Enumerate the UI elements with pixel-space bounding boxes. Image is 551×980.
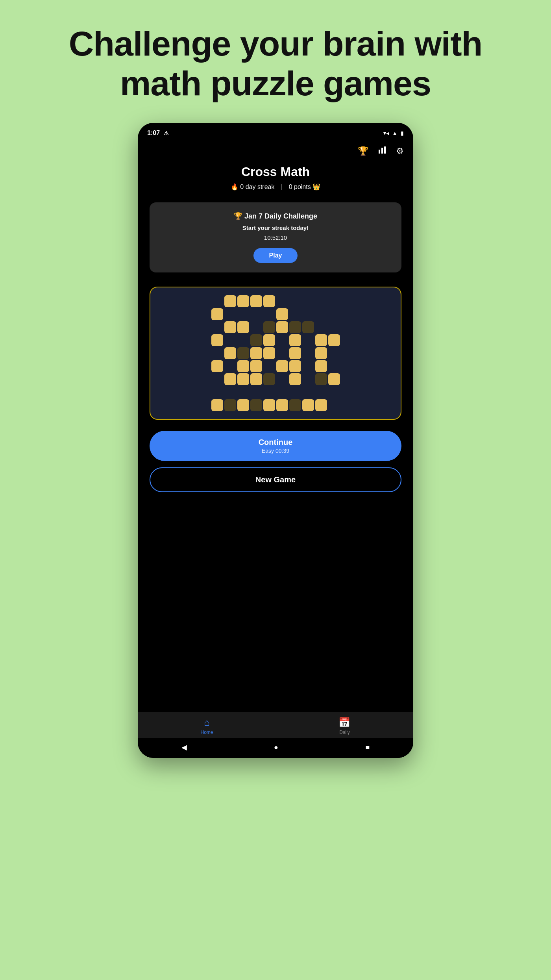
cell: [315, 373, 327, 385]
cell: [237, 308, 249, 320]
puzzle-container: [150, 287, 401, 420]
cell: [224, 373, 236, 385]
trophy-icon[interactable]: 🏆: [358, 146, 368, 156]
streak-count: 🔥 0 day streak: [231, 183, 275, 191]
cell: [289, 386, 301, 398]
cell: [224, 295, 236, 307]
svg-rect-1: [381, 148, 383, 154]
app-header: 🏆 ⚙: [138, 142, 413, 161]
cell: [263, 347, 275, 359]
cell: [250, 295, 262, 307]
cell: [315, 386, 327, 398]
svg-rect-0: [379, 150, 380, 154]
cell: [289, 360, 301, 372]
signal-icon: ▲: [392, 130, 398, 136]
cell: [276, 399, 288, 411]
daily-icon: 📅: [338, 717, 350, 728]
cell: [289, 347, 301, 359]
cell: [302, 321, 314, 333]
cell: [250, 321, 262, 333]
status-time: 1:07: [147, 130, 160, 137]
cell: [237, 347, 249, 359]
phone-frame: 1:07 ⚠ ▾◂ ▲ ▮ 🏆 ⚙ Cross Math 🔥 0 day str…: [138, 123, 413, 758]
new-game-button[interactable]: New Game: [150, 467, 401, 492]
chart-icon[interactable]: [378, 146, 386, 157]
cell: [211, 360, 223, 372]
cell: [263, 360, 275, 372]
cell: [302, 386, 314, 398]
cell: [302, 373, 314, 385]
cell: [237, 295, 249, 307]
cell: [250, 386, 262, 398]
settings-icon[interactable]: ⚙: [396, 146, 404, 156]
puzzle-grid: [211, 295, 340, 411]
cell: [263, 386, 275, 398]
wifi-icon: ▾◂: [383, 130, 389, 136]
cell: [263, 295, 275, 307]
cell: [263, 373, 275, 385]
daily-nav-label: Daily: [339, 730, 350, 735]
challenge-title: 🏆 Jan 7 Daily Challenge: [159, 212, 392, 220]
cell: [289, 334, 301, 346]
back-button[interactable]: ◀: [181, 743, 187, 752]
cell: [250, 308, 262, 320]
cell: [211, 386, 223, 398]
cell: [328, 399, 340, 411]
svg-rect-2: [384, 146, 386, 154]
cell: [302, 334, 314, 346]
cell: [250, 373, 262, 385]
cell: [211, 399, 223, 411]
status-bar: 1:07 ⚠ ▾◂ ▲ ▮: [138, 123, 413, 142]
cell: [276, 360, 288, 372]
cell: [276, 321, 288, 333]
cell: [289, 399, 301, 411]
cell: [224, 347, 236, 359]
alert-icon: ⚠: [164, 130, 169, 136]
cell: [276, 386, 288, 398]
cell: [263, 308, 275, 320]
cell: [224, 308, 236, 320]
cell: [237, 373, 249, 385]
play-button[interactable]: Play: [253, 248, 298, 263]
cell: [315, 295, 327, 307]
cell: [315, 347, 327, 359]
streak-bar: 🔥 0 day streak | 0 points 👑: [150, 183, 401, 191]
cell: [328, 360, 340, 372]
cell: [328, 347, 340, 359]
cell: [315, 321, 327, 333]
nav-home[interactable]: ⌂ Home: [200, 717, 213, 735]
points-count: 0 points 👑: [289, 183, 320, 191]
cell: [237, 386, 249, 398]
cell: [211, 334, 223, 346]
cell: [328, 373, 340, 385]
status-left: 1:07 ⚠: [147, 130, 169, 137]
cell: [237, 399, 249, 411]
cell: [289, 321, 301, 333]
cell: [237, 334, 249, 346]
cell: [211, 308, 223, 320]
cell: [250, 399, 262, 411]
continue-button[interactable]: Continue Easy 00:39: [150, 431, 401, 461]
page-title: Challenge your brain with math puzzle ga…: [31, 24, 520, 103]
cell: [315, 360, 327, 372]
cell: [211, 321, 223, 333]
recents-button[interactable]: ■: [365, 743, 370, 752]
cell: [237, 360, 249, 372]
cell: [302, 399, 314, 411]
cell: [263, 321, 275, 333]
nav-daily[interactable]: 📅 Daily: [338, 717, 350, 735]
home-icon: ⌂: [204, 717, 210, 728]
bottom-nav: ⌂ Home 📅 Daily: [138, 712, 413, 738]
cell: [276, 347, 288, 359]
cell: [302, 308, 314, 320]
cell: [328, 308, 340, 320]
cell: [328, 295, 340, 307]
cell: [315, 399, 327, 411]
status-right: ▾◂ ▲ ▮: [383, 130, 404, 136]
continue-sublabel: Easy 00:39: [262, 448, 289, 454]
cell: [224, 386, 236, 398]
home-button[interactable]: ●: [274, 743, 278, 752]
cell: [211, 347, 223, 359]
cell: [289, 308, 301, 320]
cell: [289, 373, 301, 385]
